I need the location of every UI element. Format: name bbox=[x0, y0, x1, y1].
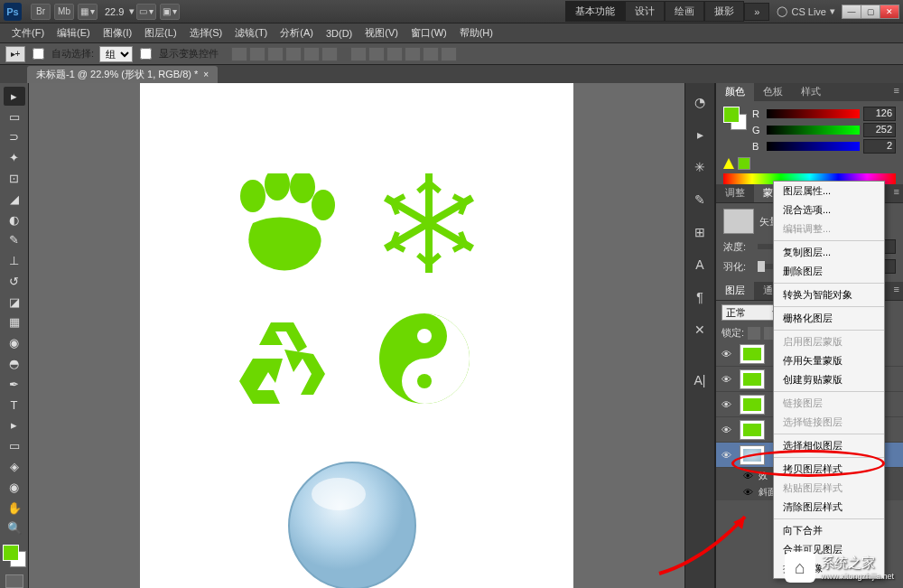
ctx-item[interactable]: 混合选项... bbox=[774, 201, 884, 219]
wand-tool-icon[interactable]: ✦ bbox=[4, 148, 25, 167]
align-hcenter-icon[interactable] bbox=[303, 47, 320, 61]
clone-source-icon[interactable]: ⊞ bbox=[690, 222, 710, 242]
lock-transparent-icon[interactable] bbox=[748, 327, 760, 340]
ctx-item[interactable]: 清除图层样式 bbox=[774, 498, 884, 517]
3dcam-tool-icon[interactable]: ◉ bbox=[4, 478, 25, 497]
ctx-item[interactable]: 选择相似图层 bbox=[774, 436, 884, 455]
path-select-tool-icon[interactable]: ▸ bbox=[4, 416, 25, 435]
workspace-painting[interactable]: 绘画 bbox=[665, 1, 704, 22]
eyedropper-tool-icon[interactable]: ◢ bbox=[4, 190, 25, 209]
ctx-item[interactable]: 停用矢量蒙版 bbox=[774, 351, 884, 370]
r-value[interactable]: 126 bbox=[863, 107, 896, 121]
panel-menu-icon[interactable]: ≡ bbox=[890, 83, 903, 101]
menu-analysis[interactable]: 分析(A) bbox=[274, 26, 320, 40]
ctx-item[interactable]: 图层属性... bbox=[774, 182, 884, 201]
ctx-item[interactable]: 创建剪贴蒙版 bbox=[774, 370, 884, 389]
visibility-icon[interactable]: 👁 bbox=[716, 399, 736, 410]
layer-thumbnail[interactable] bbox=[740, 395, 765, 415]
eraser-tool-icon[interactable]: ◪ bbox=[4, 293, 25, 312]
paragraph-panel-icon[interactable]: ¶ bbox=[690, 287, 710, 307]
menu-layer[interactable]: 图层(L) bbox=[138, 26, 182, 40]
menu-edit[interactable]: 编辑(E) bbox=[51, 26, 97, 40]
visibility-icon[interactable]: 👁 bbox=[716, 349, 736, 359]
distribute-4-icon[interactable] bbox=[405, 47, 421, 61]
panel-menu-icon[interactable]: ≡ bbox=[890, 184, 903, 202]
align-left-icon[interactable] bbox=[285, 47, 302, 61]
tool-presets-icon[interactable]: ✕ bbox=[690, 320, 710, 340]
color-panel-swatches[interactable] bbox=[723, 107, 747, 130]
visibility-icon[interactable]: 👁 bbox=[716, 374, 736, 385]
g-value[interactable]: 252 bbox=[863, 123, 896, 137]
stamp-tool-icon[interactable]: ⊥ bbox=[4, 251, 25, 270]
mask-thumbnail[interactable] bbox=[723, 209, 754, 234]
workspace-more[interactable]: » bbox=[744, 3, 769, 21]
menu-file[interactable]: 文件(F) bbox=[5, 26, 51, 40]
fg-color-swatch[interactable] bbox=[3, 545, 19, 561]
tab-adjustments[interactable]: 调整 bbox=[716, 184, 754, 202]
pen-tool-icon[interactable]: ✒ bbox=[4, 375, 25, 394]
hand-tool-icon[interactable]: ✋ bbox=[4, 499, 25, 518]
crop-tool-icon[interactable]: ⊡ bbox=[4, 169, 25, 188]
distribute-5-icon[interactable] bbox=[423, 47, 439, 61]
menu-help[interactable]: 帮助(H) bbox=[453, 26, 499, 40]
dodge-tool-icon[interactable]: ◓ bbox=[4, 354, 25, 373]
auto-select-dropdown[interactable]: 组 bbox=[99, 46, 133, 62]
document-tab[interactable]: 未标题-1 @ 22.9% (形状 1, RGB/8) * × bbox=[27, 66, 218, 83]
layer-thumbnail[interactable] bbox=[740, 445, 765, 465]
zoom-tool-icon[interactable]: 🔍 bbox=[4, 518, 25, 537]
layer-thumbnail[interactable] bbox=[740, 369, 765, 389]
gradient-tool-icon[interactable]: ▦ bbox=[4, 313, 25, 332]
b-slider[interactable] bbox=[767, 142, 860, 151]
menu-image[interactable]: 图像(I) bbox=[97, 26, 138, 40]
tab-styles[interactable]: 样式 bbox=[792, 83, 830, 101]
cslive-button[interactable]: ◯ CS Live ▾ bbox=[777, 5, 835, 17]
color-swatches[interactable] bbox=[3, 545, 26, 567]
3d-tool-icon[interactable]: ◈ bbox=[4, 457, 25, 476]
ctx-item[interactable]: 拷贝图层样式 bbox=[774, 460, 884, 479]
tab-layers[interactable]: 图层 bbox=[716, 282, 754, 300]
type-tool-icon[interactable]: T bbox=[4, 396, 25, 415]
layer-thumbnail[interactable] bbox=[740, 420, 765, 440]
ctx-item[interactable]: 向下合并 bbox=[774, 521, 884, 540]
brush-preset-icon[interactable]: ✳ bbox=[690, 157, 710, 177]
close-tab-icon[interactable]: × bbox=[203, 70, 209, 79]
viewmode-dropdown[interactable]: ▦ bbox=[78, 4, 98, 20]
distribute-6-icon[interactable] bbox=[441, 47, 457, 61]
document-canvas[interactable] bbox=[140, 83, 573, 588]
history-panel-icon[interactable]: ◔ bbox=[690, 92, 710, 112]
tab-swatches[interactable]: 色板 bbox=[754, 83, 792, 101]
brush-panel-icon[interactable]: ✎ bbox=[690, 190, 710, 210]
menu-filter[interactable]: 滤镜(T) bbox=[228, 26, 274, 40]
minimize-button[interactable]: — bbox=[842, 5, 861, 19]
workspace-design[interactable]: 设计 bbox=[625, 1, 665, 22]
bridge-icon[interactable]: Br bbox=[31, 4, 51, 20]
eye-icon[interactable]: 👁 bbox=[743, 471, 753, 481]
maximize-button[interactable]: ▢ bbox=[861, 5, 880, 19]
ctx-item[interactable]: 转换为智能对象 bbox=[774, 285, 884, 304]
g-slider[interactable] bbox=[767, 126, 860, 135]
distribute-2-icon[interactable] bbox=[368, 47, 385, 61]
workspace-photography[interactable]: 摄影 bbox=[704, 1, 744, 22]
swatches-panel-icon[interactable]: A| bbox=[690, 370, 710, 390]
quickmask-icon[interactable] bbox=[5, 574, 23, 588]
ctx-item[interactable]: 栅格化图层 bbox=[774, 309, 884, 328]
auto-select-checkbox[interactable] bbox=[33, 48, 44, 60]
b-value[interactable]: 2 bbox=[863, 139, 896, 154]
close-button[interactable]: ✕ bbox=[880, 5, 899, 19]
shape-tool-icon[interactable]: ▭ bbox=[4, 436, 25, 455]
history-brush-tool-icon[interactable]: ↺ bbox=[4, 272, 25, 291]
gamut-warning-icon[interactable] bbox=[723, 158, 734, 169]
actions-panel-icon[interactable]: ▸ bbox=[690, 125, 710, 145]
tab-color[interactable]: 颜色 bbox=[716, 83, 754, 101]
align-top-icon[interactable] bbox=[231, 47, 247, 61]
eye-icon[interactable]: 👁 bbox=[743, 487, 753, 498]
distribute-3-icon[interactable] bbox=[386, 47, 403, 61]
visibility-icon[interactable]: 👁 bbox=[716, 425, 736, 435]
move-tool-icon[interactable]: ▸ bbox=[4, 87, 25, 106]
screenmode-dropdown[interactable]: ▣ bbox=[160, 4, 180, 20]
current-tool-icon[interactable]: ▸+ bbox=[5, 46, 25, 62]
visibility-icon[interactable]: 👁 bbox=[716, 450, 736, 461]
zoom-value[interactable]: 22.9 bbox=[105, 6, 124, 17]
menu-3d[interactable]: 3D(D) bbox=[320, 28, 358, 39]
menu-window[interactable]: 窗口(W) bbox=[405, 26, 453, 40]
